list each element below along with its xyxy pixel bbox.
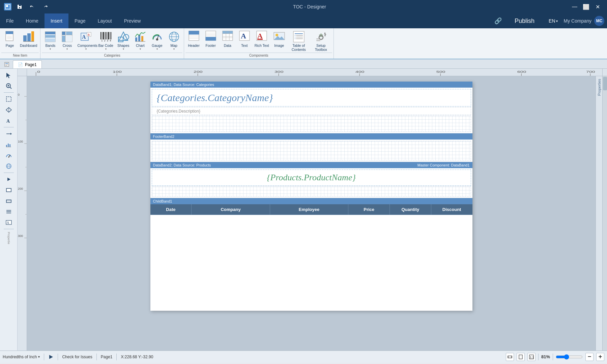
ribbon-btn-components[interactable]: A a Components ▾ (76, 29, 96, 51)
svg-rect-26 (100, 32, 101, 39)
zoom-100-button[interactable]: 1:1 (527, 353, 536, 361)
unit-arrow: ▾ (38, 355, 40, 359)
redo-button[interactable] (40, 2, 50, 11)
barcode-icon: 1 2 3 4 5 (99, 30, 113, 43)
svg-rect-33 (110, 32, 110, 39)
unit-selector[interactable]: Hundredths of Inch ▾ (3, 355, 40, 359)
ribbon-btn-footer[interactable]: Footer (202, 29, 219, 48)
category-name-cell[interactable]: {Categories.CategoryName} (152, 89, 471, 107)
ribbon-btn-shapes[interactable]: Shapes ▾ (115, 29, 132, 51)
ribbon-btn-image[interactable]: Image (271, 29, 288, 48)
ribbon-btn-barcode[interactable]: 1 2 3 4 5 Bar Code ▾ (96, 29, 115, 51)
zoom-slider[interactable] (556, 355, 583, 359)
col-date: Date (150, 204, 192, 215)
ribbon-btn-header[interactable]: Header (185, 29, 202, 48)
ribbon-btn-chart[interactable]: Chart ▾ (132, 29, 149, 51)
ribbon-btn-data[interactable]: Data (219, 29, 236, 48)
svg-rect-29 (105, 32, 105, 39)
tool-select[interactable] (2, 94, 16, 104)
svg-line-93 (10, 87, 11, 89)
bands-arrow: ▾ (50, 48, 51, 51)
tool-gauge-small[interactable] (2, 150, 16, 160)
tool-globe[interactable] (2, 161, 16, 171)
gauge-arrow: ▾ (156, 48, 158, 51)
undo-button[interactable] (28, 2, 37, 11)
tool-bands[interactable] (2, 105, 16, 115)
canvas-scroll[interactable]: DataBand1; Data Source: Categories {Cate… (27, 76, 596, 351)
ribbon-btn-richtext[interactable]: A Rich Text (253, 29, 271, 48)
tool-lines[interactable] (2, 207, 16, 217)
zoom-in-button[interactable]: + (596, 353, 604, 361)
menu-file[interactable]: File (0, 13, 20, 28)
svg-rect-137 (18, 76, 27, 346)
svg-marker-101 (10, 133, 12, 135)
svg-text:0: 0 (37, 70, 40, 73)
svg-text:500: 500 (436, 70, 445, 73)
menu-preview[interactable]: Preview (118, 13, 147, 28)
ribbon-btn-gauge[interactable]: Gauge ▾ (149, 29, 166, 51)
ribbon-btn-cross[interactable]: Cross ▾ (59, 29, 76, 51)
ruler-vertical: 0 100 200 300 (18, 76, 27, 351)
svg-rect-32 (108, 32, 109, 39)
svg-rect-39 (135, 37, 137, 41)
ribbon-btn-text[interactable]: A Text (236, 29, 253, 48)
fit-page-button[interactable] (517, 353, 525, 361)
tool-rect2[interactable] (2, 196, 16, 206)
svg-rect-3 (6, 31, 13, 34)
svg-text:A: A (7, 221, 9, 224)
page-tab-1[interactable]: 📄 Page1 (13, 60, 42, 68)
menu-home[interactable]: Home (20, 13, 45, 28)
tool-textbox[interactable]: A (2, 217, 16, 228)
page-list-icon[interactable] (3, 60, 11, 68)
svg-marker-111 (7, 178, 10, 181)
ribbon-group-newitem-label: New Item (1, 53, 39, 58)
ribbon-btn-toc[interactable]: Table of Contents (288, 29, 310, 52)
table-header-row: Date Company Employee Price Quantity Dis… (150, 204, 472, 215)
tool-text[interactable]: A (2, 116, 16, 126)
page-tab-icon: 📄 (18, 62, 23, 67)
menu-page[interactable]: Page (68, 13, 92, 28)
chart-label: Chart (136, 43, 145, 48)
close-button[interactable]: ✕ (592, 2, 603, 11)
page-icon (3, 30, 17, 43)
tool-cursor[interactable] (2, 70, 16, 80)
ribbon-btn-bands[interactable]: Bands ▾ (42, 29, 59, 51)
scrollbar-vertical[interactable] (602, 76, 607, 351)
menu-insert[interactable]: Insert (45, 13, 68, 28)
unit-label: Hundredths of Inch (3, 355, 37, 359)
play-button[interactable] (48, 354, 54, 360)
ribbon-btn-setup[interactable]: Setup Toolbox (310, 29, 332, 52)
tool-sep-3 (4, 173, 14, 173)
map-icon (167, 30, 181, 43)
tool-rect[interactable] (2, 185, 16, 195)
svg-rect-14 (45, 38, 55, 42)
svg-rect-62 (223, 31, 233, 34)
fit-width-button[interactable] (506, 353, 514, 361)
ribbon-btn-map[interactable]: Map ▾ (166, 29, 182, 51)
ribbon-group-components: Header Footer (184, 28, 334, 59)
childband1-header-text: ChildBand1 (153, 199, 172, 203)
chart-icon (134, 30, 147, 43)
share-button[interactable]: 🔗 (492, 17, 504, 25)
ribbon-btn-page[interactable]: Page (1, 29, 18, 48)
components-label: Components (77, 43, 95, 48)
footerband2: FooterBand2 (150, 133, 472, 162)
ribbon-btn-dashboard[interactable]: Dashboard (18, 29, 39, 48)
save-button[interactable] (15, 2, 24, 11)
tool-arrow-right[interactable] (2, 174, 16, 184)
lang-button[interactable]: EN ▾ (545, 17, 561, 25)
check-issues-button[interactable]: Check for Issues (62, 355, 92, 359)
zoom-out-button[interactable]: − (585, 353, 594, 361)
scrollbar-thumb[interactable] (603, 77, 607, 90)
tool-zoom[interactable] (2, 81, 16, 91)
svg-rect-52 (189, 31, 199, 34)
properties-panel-label[interactable]: Properties (597, 76, 602, 98)
maximize-button[interactable]: ⬜ (581, 2, 591, 11)
publish-button[interactable]: Publish (507, 13, 543, 28)
tool-chart-small[interactable] (2, 140, 16, 150)
tool-arrow[interactable] (2, 129, 16, 139)
category-desc-cell[interactable]: {Categories.Description} (152, 107, 471, 115)
product-name-cell[interactable]: {Products.ProductName} (152, 170, 471, 186)
menu-layout[interactable]: Layout (92, 13, 118, 28)
minimize-button[interactable]: — (569, 2, 580, 11)
